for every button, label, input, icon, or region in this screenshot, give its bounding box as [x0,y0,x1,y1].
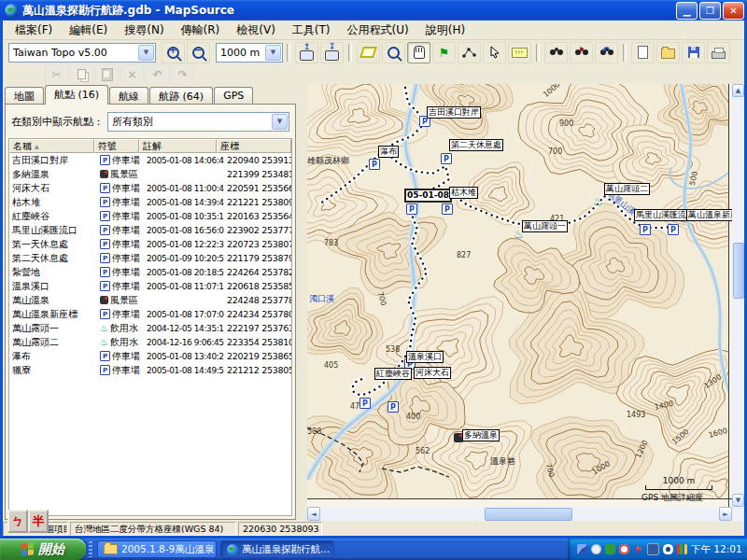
table-row[interactable]: 獵寮P停車場2005-01-08 14:49:57221212 2538058 [9,363,291,377]
recent-finds-button[interactable]: ↶ [595,42,618,63]
category-filter-combo[interactable]: 所有類別 ▼ [107,112,289,132]
map-track-label-selected[interactable]: 05-01-08 [404,189,452,203]
map-waypoint-label[interactable]: 紅塵峽谷 [374,368,412,380]
panel-splitter[interactable] [297,84,307,521]
ime-input-mode-button[interactable]: ㄅ [7,510,28,533]
scroll-right-button[interactable]: ► [719,507,732,521]
zoom-out-button[interactable]: − [187,42,210,63]
parking-marker[interactable]: P [388,401,399,413]
taskbar-item-mapsource[interactable]: 萬山溫泉探勘行航... [220,540,334,558]
delete-button[interactable]: × [120,63,144,85]
table-row[interactable]: 萬山露頭一♨飲用水2004-12-05 14:35:12222197 25376… [9,321,291,335]
menu-item-0[interactable]: 檔案(F) [7,21,61,40]
parking-marker[interactable]: P [359,398,371,409]
menu-item-2[interactable]: 搜尋(N) [116,21,172,40]
menu-item-5[interactable]: 工具(T) [284,21,339,40]
close-button[interactable]: ✕ [723,2,744,20]
tray-eye-icon[interactable] [663,544,673,554]
map-vertical-scrollbar[interactable]: ▲ ▼ [732,84,744,521]
print-button[interactable] [707,42,730,63]
table-row[interactable]: 多納溫泉風景區221399 2534816 [9,167,291,181]
table-row[interactable]: 第一天休息處P停車場2005-01-08 12:22:37220723 2538… [9,237,291,251]
drinking-water-marker[interactable]: ♨ [593,195,603,208]
tray-quicktime-icon[interactable] [591,544,601,554]
copy-button[interactable] [70,63,93,85]
horizontal-scroll-thumb[interactable] [485,508,572,521]
selection-tool-button[interactable] [483,42,506,63]
table-row[interactable]: 紅塵峽谷P停車場2005-01-08 10:35:14220163 253564… [9,209,291,223]
parking-marker[interactable]: P [406,203,417,215]
tray-windows-icon[interactable] [577,544,587,554]
minimize-button[interactable]: ▁ [676,2,698,20]
save-file-button[interactable] [682,42,705,63]
menu-item-6[interactable]: 公用程式(U) [339,21,417,40]
map-waypoint-label[interactable]: 萬山露頭一 [522,220,568,232]
map-waypoint-label[interactable]: 瀑布 [378,146,399,158]
chevron-down-icon[interactable]: ▼ [138,45,154,61]
column-header-3[interactable]: 座標 [217,139,291,153]
parking-marker[interactable]: P [441,153,452,164]
scroll-left-button[interactable]: ◄ [307,507,320,521]
table-row[interactable]: 第二天休息處P停車場2005-01-09 10:20:58221179 2538… [9,251,291,265]
route-tool-button[interactable] [458,42,481,63]
map-waypoint-label[interactable]: 枯木堆 [449,187,478,199]
table-row[interactable]: 瀑布P停車場2005-01-08 13:40:20220219 2538658 [9,349,291,363]
map-waypoint-label[interactable]: 萬山溫泉新座標 [686,209,732,221]
menu-item-1[interactable]: 編輯(E) [61,21,116,40]
table-row[interactable]: 萬山露頭二♨飲用水2004-12-16 9:06:45223354 253810… [9,335,291,349]
map-viewport[interactable]: 1000 m GPS 地圖詳細度 吉田溪口對岸第二天休息處瀑布05-01-08枯… [307,84,732,507]
redo-button[interactable]: ↷ [171,63,194,85]
tray-antivirus-icon[interactable] [605,544,615,554]
pan-tool-button[interactable] [407,42,430,63]
map-waypoint-label[interactable]: 多納溫泉 [462,429,500,441]
open-file-button[interactable] [656,42,680,63]
receive-from-device-button[interactable]: ↧ [320,42,344,63]
parking-marker[interactable]: P [369,159,380,170]
tab-3[interactable]: 航跡 (64) [149,87,213,105]
menu-item-7[interactable]: 說明(H) [417,21,473,40]
chevron-down-icon[interactable]: ▼ [272,114,288,130]
tab-2[interactable]: 航線 [109,87,148,105]
menu-item-3[interactable]: 傳輸(R) [173,21,229,40]
tab-4[interactable]: GPS [214,87,253,105]
tray-display-icon[interactable] [647,543,659,555]
table-row[interactable]: 枯木堆P停車場2005-01-08 14:39:40221221 2538090 [9,195,291,209]
tab-0[interactable]: 地圖 [5,87,44,105]
tray-lightning-icon[interactable] [633,544,643,554]
map-waypoint-label[interactable]: 溫泉溪口 [406,351,444,363]
chevron-down-icon[interactable]: ▼ [265,45,281,61]
column-header-2[interactable]: 註解 [139,139,217,153]
map-waypoint-label[interactable]: 吉田溪口對岸 [427,106,481,119]
title-bar[interactable]: 萬山溫泉探勘行航跡.gdb - MapSource ▁ ❐ ✕ [0,0,747,21]
map-product-combo[interactable]: Taiwan Topo v5.00 ▼ [8,43,156,63]
undo-button[interactable]: ↶ [146,63,169,85]
table-row[interactable]: 紮營地P停車場2005-01-08 20:18:50224264 2537828 [9,265,291,279]
column-header-0[interactable]: 名稱▲ [9,139,94,153]
table-row[interactable]: 吉田溪口對岸P停車場2005-01-08 14:06:44220940 2539… [9,153,291,167]
parking-marker[interactable]: P [442,203,453,215]
send-to-device-button[interactable]: ↥ [295,42,318,63]
map-waypoint-label[interactable]: 河床大石 [414,367,451,379]
table-row[interactable]: 馬里山溪匯流口P停車場2005-01-08 16:56:04223902 253… [9,223,291,237]
tray-messenger-icon[interactable] [619,544,629,554]
map-waypoint-label[interactable]: 萬山露頭二 [604,183,650,195]
column-header-1[interactable]: 符號 [94,139,139,153]
find-nearest-button[interactable]: ✛ [570,42,593,63]
find-button[interactable] [544,42,568,63]
start-button[interactable]: 開始 [0,539,86,560]
map-waypoint-label[interactable]: 第二天休息處 [449,139,503,151]
tab-1[interactable]: 航點 (16) [45,85,108,105]
table-row[interactable]: 萬山溫泉新座標P停車場2005-01-08 17:07:03224234 253… [9,307,291,321]
ime-shape-mode-button[interactable]: 半 [28,510,49,533]
map-select-tool-button[interactable] [357,42,380,63]
taskbar-item-folder[interactable]: 2005.1.8-9萬山溫泉 [97,540,217,558]
paste-button[interactable] [95,63,119,85]
table-row[interactable]: 河床大石P停車場2005-01-08 11:00:48220591 253566… [9,181,291,195]
scroll-down-button[interactable]: ▼ [732,494,744,507]
restore-button[interactable]: ❐ [699,2,721,20]
cut-button[interactable]: ✂ [45,63,68,85]
parking-marker[interactable]: P [640,224,651,235]
tray-ime-icon[interactable] [677,544,687,554]
table-row[interactable]: 萬山溫泉風景區224248 2537781 [9,293,291,307]
scroll-up-button[interactable]: ▲ [732,84,744,97]
